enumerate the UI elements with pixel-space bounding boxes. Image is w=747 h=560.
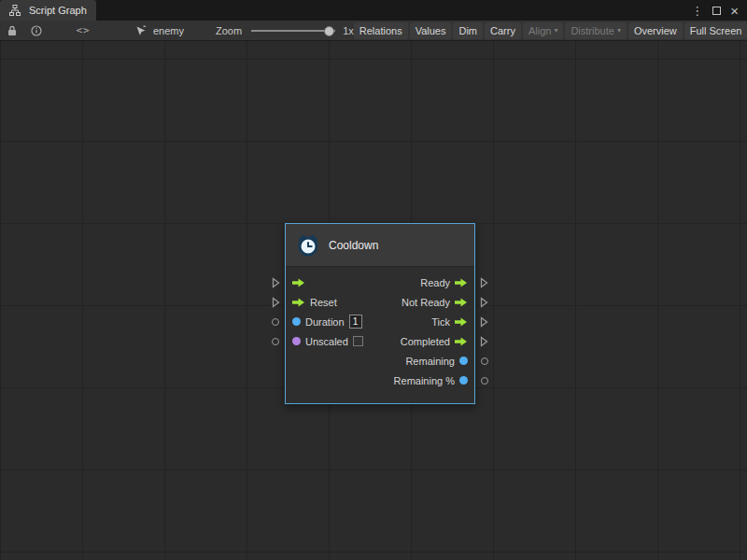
port-label: Duration — [305, 316, 345, 328]
unscaled-checkbox[interactable] — [353, 336, 363, 346]
port-row: Reset Not Ready — [286, 292, 474, 312]
port-label: Not Ready — [402, 297, 450, 308]
flow-input-port-icon[interactable] — [292, 298, 305, 307]
output-port-stub[interactable] — [480, 336, 488, 347]
output-port-stub[interactable] — [480, 277, 488, 288]
bool-input-port-icon[interactable] — [292, 337, 301, 345]
relations-button[interactable]: Relations — [354, 22, 408, 39]
output-port-stub[interactable] — [480, 316, 488, 328]
port-row: Unscaled Completed — [286, 331, 474, 351]
port-row: Ready — [286, 273, 474, 292]
output-port-stub[interactable] — [481, 377, 488, 385]
graph-pointer-icon — [133, 22, 149, 39]
zoom-slider[interactable] — [251, 25, 335, 36]
zoom-value: 1x — [343, 25, 354, 36]
values-button[interactable]: Values — [410, 22, 452, 39]
chevron-down-icon: ▾ — [554, 26, 557, 35]
graph-canvas[interactable]: Cooldown Ready — [0, 41, 747, 560]
zoom-slider-track[interactable] — [251, 30, 335, 32]
tab-title: Script Graph — [29, 5, 87, 16]
graph-breadcrumb[interactable]: enemy — [133, 22, 184, 39]
maximize-icon[interactable] — [712, 7, 721, 15]
node-body: Ready — [286, 267, 474, 403]
dim-button[interactable]: Dim — [453, 22, 483, 39]
carry-button[interactable]: Carry — [485, 22, 521, 39]
graph-name: enemy — [153, 25, 184, 36]
script-graph-window: Script Graph ⋮ × <> — [0, 0, 747, 560]
tab-script-graph[interactable]: Script Graph — [0, 0, 96, 21]
flow-output-port-icon[interactable] — [455, 337, 468, 346]
window-menu-icon[interactable]: ⋮ — [691, 5, 703, 17]
input-port-stub[interactable] — [272, 297, 280, 308]
flow-input-port-icon[interactable] — [292, 278, 305, 287]
flow-output-port-icon[interactable] — [455, 317, 468, 327]
lock-icon[interactable] — [4, 22, 21, 39]
toolbar-buttons: Relations Values Dim Carry Align ▾ Distr… — [354, 22, 747, 39]
align-button[interactable]: Align ▾ — [523, 22, 563, 39]
flow-output-port-icon[interactable] — [455, 278, 468, 287]
port-label: Completed — [401, 336, 450, 347]
info-icon[interactable] — [28, 22, 45, 39]
value-input-port-icon[interactable] — [292, 317, 301, 326]
port-label: Remaining % — [394, 375, 455, 386]
node-title: Cooldown — [329, 239, 378, 252]
chevron-down-icon: ▾ — [617, 26, 621, 35]
code-icon[interactable]: <> — [75, 22, 92, 39]
distribute-button[interactable]: Distribute ▾ — [565, 22, 626, 39]
cooldown-node[interactable]: Cooldown Ready — [285, 223, 475, 404]
input-port-stub[interactable] — [272, 318, 279, 326]
port-label: Reset — [310, 297, 337, 308]
port-row: Remaining % — [286, 371, 474, 390]
port-row: Duration 1 Tick — [286, 312, 474, 331]
value-output-port-icon[interactable] — [459, 376, 468, 385]
close-icon[interactable]: × — [730, 4, 739, 18]
input-port-stub[interactable] — [272, 338, 279, 345]
window-controls: ⋮ × — [691, 4, 747, 18]
title-bar: Script Graph ⋮ × — [0, 0, 747, 21]
output-port-stub[interactable] — [481, 357, 488, 365]
flow-output-port-icon[interactable] — [455, 298, 468, 307]
port-label: Ready — [420, 277, 450, 288]
zoom-control: Zoom 1x — [216, 25, 354, 36]
zoom-label: Zoom — [216, 25, 242, 36]
node-header[interactable]: Cooldown — [286, 224, 474, 267]
fullscreen-button[interactable]: Full Screen — [684, 22, 747, 39]
value-output-port-icon[interactable] — [459, 357, 468, 365]
port-label: Tick — [431, 316, 450, 328]
port-label: Unscaled — [305, 336, 348, 347]
overview-button[interactable]: Overview — [628, 22, 683, 39]
port-row: Remaining — [286, 351, 474, 371]
duration-field[interactable]: 1 — [349, 315, 362, 329]
input-port-stub[interactable] — [272, 277, 280, 288]
output-port-stub[interactable] — [480, 297, 488, 308]
alarm-clock-icon — [296, 237, 320, 254]
graph-toolbar: <> enemy Zoom 1x Relations Values Dim C — [0, 21, 747, 41]
zoom-slider-knob[interactable] — [324, 26, 334, 36]
port-label: Remaining — [405, 356, 455, 367]
graph-tab-icon — [7, 2, 23, 19]
